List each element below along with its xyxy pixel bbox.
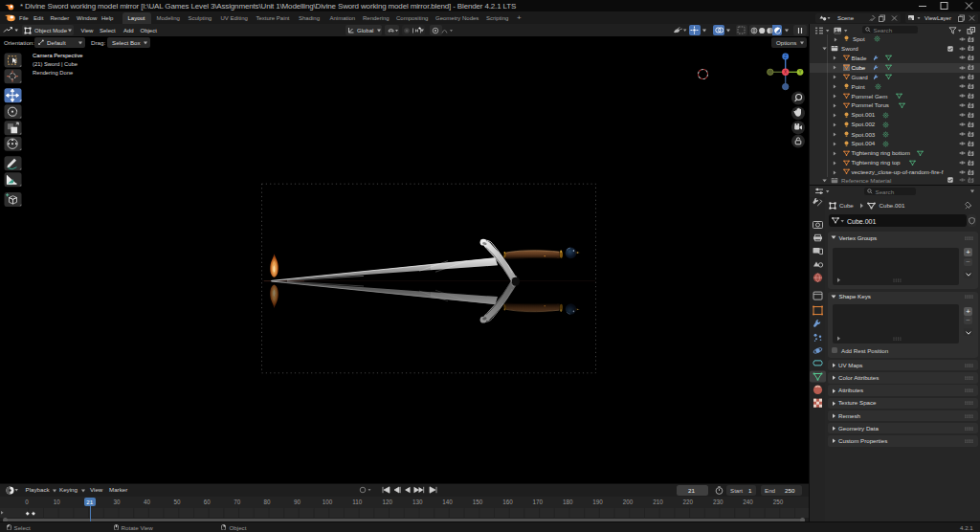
svg-text:120: 120 [382, 499, 392, 505]
svg-text:250: 250 [773, 499, 784, 505]
svg-text:180: 180 [563, 499, 573, 505]
svg-text:40: 40 [144, 499, 151, 505]
svg-text:10: 10 [54, 499, 61, 505]
svg-text:240: 240 [743, 499, 753, 505]
svg-text:50: 50 [173, 499, 181, 505]
svg-text:90: 90 [294, 499, 301, 505]
svg-text:190: 190 [592, 499, 603, 505]
svg-text:160: 160 [502, 499, 513, 505]
svg-text:230: 230 [713, 499, 724, 505]
svg-text:30: 30 [114, 499, 122, 505]
svg-text:0: 0 [25, 499, 29, 505]
svg-text:60: 60 [204, 499, 212, 505]
svg-text:200: 200 [623, 499, 634, 505]
svg-text:80: 80 [264, 499, 272, 505]
svg-text:170: 170 [533, 499, 544, 505]
svg-text:110: 110 [352, 499, 363, 505]
svg-text:150: 150 [473, 499, 483, 505]
svg-text:130: 130 [412, 499, 423, 505]
svg-text:220: 220 [683, 499, 694, 505]
svg-text:140: 140 [442, 499, 453, 505]
svg-text:100: 100 [323, 499, 333, 505]
svg-text:210: 210 [653, 499, 663, 505]
svg-text:70: 70 [234, 499, 241, 505]
